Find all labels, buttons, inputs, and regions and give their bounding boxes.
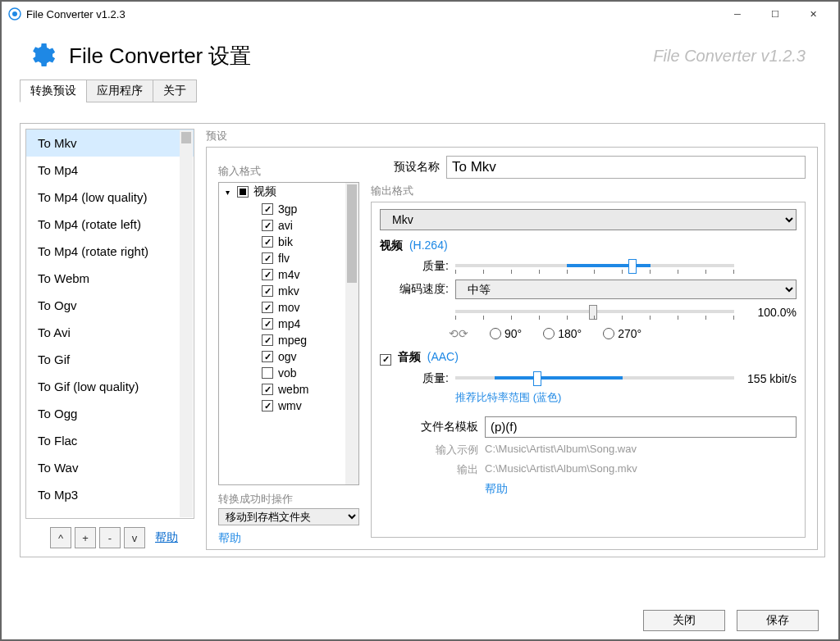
maximize-button[interactable]: ☐ <box>756 2 794 25</box>
preset-item[interactable]: To Mp4 <box>26 157 194 184</box>
preset-help-link[interactable]: 帮助 <box>155 530 178 545</box>
window-title: File Converter v1.2.3 <box>26 8 126 20</box>
format-checkbox[interactable] <box>262 384 273 395</box>
audio-quality-label: 质量: <box>380 371 449 386</box>
format-checkbox[interactable] <box>262 220 273 231</box>
preset-item[interactable]: To Mp4 (rotate right) <box>26 238 194 265</box>
format-item[interactable]: ogv <box>219 348 345 365</box>
input-scrollbar[interactable] <box>345 183 358 484</box>
tab-about[interactable]: 关于 <box>153 80 197 102</box>
filename-template-label: 文件名模板 <box>380 420 478 434</box>
input-help-link[interactable]: 帮助 <box>218 531 241 544</box>
after-action-label: 转换成功时操作 <box>218 492 359 507</box>
format-checkbox[interactable] <box>262 285 273 297</box>
format-item[interactable]: avi <box>219 217 345 234</box>
preset-item[interactable]: To Mp4 (rotate left) <box>26 211 194 238</box>
video-quality-slider[interactable] <box>455 258 734 275</box>
page-header: File Converter 设置 File Converter v1.2.3 <box>2 26 838 79</box>
preset-item[interactable]: To Mp4 (low quality) <box>26 184 194 211</box>
format-checkbox[interactable] <box>262 367 273 379</box>
preset-item[interactable]: To Flac <box>26 427 194 454</box>
format-checkbox[interactable] <box>262 334 273 346</box>
format-item[interactable]: mp4 <box>219 316 345 332</box>
format-checkbox[interactable] <box>262 400 273 411</box>
scale-slider[interactable] <box>455 304 734 320</box>
audio-header: 音频 <box>398 350 421 363</box>
video-quality-label: 质量: <box>380 259 449 274</box>
rotation-180[interactable]: 180° <box>543 327 582 340</box>
video-codec: (H.264) <box>409 239 448 252</box>
app-icon <box>8 7 21 20</box>
format-item[interactable]: mkv <box>219 283 345 299</box>
minimize-button[interactable]: ─ <box>719 2 756 25</box>
svg-point-1 <box>12 11 17 16</box>
format-item[interactable]: flv <box>219 250 345 266</box>
format-item[interactable]: bik <box>219 234 345 250</box>
gear-icon <box>26 41 56 70</box>
save-button[interactable]: 保存 <box>737 610 819 631</box>
rotation-270[interactable]: 270° <box>603 327 641 340</box>
tab-content: To MkvTo Mp4To Mp4 (low quality)To Mp4 (… <box>20 123 825 557</box>
preset-item[interactable]: To Mp3 <box>26 481 194 508</box>
preset-item[interactable]: To Ogg <box>26 400 194 427</box>
preset-item[interactable]: To Gif <box>26 346 194 373</box>
format-item[interactable]: wmv <box>219 398 345 414</box>
preset-item[interactable]: To Aac <box>26 508 194 519</box>
preset-add-button[interactable]: + <box>75 527 96 548</box>
rotation-90[interactable]: 90° <box>490 327 522 340</box>
format-checkbox[interactable] <box>262 302 273 313</box>
titlebar: File Converter v1.2.3 ─ ☐ ✕ <box>2 2 838 26</box>
encode-speed-label: 编码速度: <box>380 282 449 297</box>
close-dialog-button[interactable]: 关闭 <box>643 610 725 631</box>
example-out-value: C:\Music\Artist\Album\Song.mkv <box>485 462 637 477</box>
preset-item[interactable]: To Mkv <box>26 130 194 157</box>
audio-bitrate: 155 kbit/s <box>739 372 797 385</box>
preset-item[interactable]: To Gif (low quality) <box>26 373 194 400</box>
output-format-label: 输出格式 <box>371 184 806 198</box>
close-button[interactable]: ✕ <box>794 2 832 25</box>
format-checkbox[interactable] <box>262 318 273 330</box>
format-checkbox[interactable] <box>262 351 273 362</box>
preset-move-up-button[interactable]: ^ <box>50 527 71 548</box>
format-item[interactable]: 3gp <box>219 201 345 217</box>
format-item[interactable]: vob <box>219 365 345 381</box>
preset-scroll[interactable]: To MkvTo Mp4To Mp4 (low quality)To Mp4 (… <box>25 129 194 519</box>
page-title: File Converter 设置 <box>69 42 252 70</box>
group-checkbox[interactable] <box>237 186 249 198</box>
preset-remove-button[interactable]: - <box>99 527 121 548</box>
tab-application[interactable]: 应用程序 <box>86 80 153 102</box>
preset-move-down-button[interactable]: v <box>124 527 145 548</box>
scale-value: 100.0% <box>739 306 797 319</box>
encode-speed-select[interactable]: 中等 <box>455 280 797 299</box>
format-group-video[interactable]: ▾ 视频 <box>219 183 345 201</box>
output-format-select[interactable]: Mkv <box>380 209 797 230</box>
filename-help-link[interactable]: 帮助 <box>485 482 797 497</box>
audio-enable-checkbox[interactable] <box>380 354 391 366</box>
preset-box: 输入格式 ▾ 视频 3gpavibikflvm4vmkvmovmp4mpegog… <box>206 147 818 550</box>
tab-presets[interactable]: 转换预设 <box>20 80 87 102</box>
audio-quality-slider[interactable] <box>455 371 734 387</box>
video-header: 视频 <box>380 239 403 252</box>
preset-item[interactable]: To Webm <box>26 265 194 292</box>
rotation-options: ⟲⟳ 90° 180° 270° <box>449 327 797 340</box>
format-item[interactable]: mov <box>219 299 345 316</box>
preset-item[interactable]: To Ogv <box>26 292 194 319</box>
collapse-icon[interactable]: ▾ <box>226 188 234 197</box>
format-checkbox[interactable] <box>262 236 273 248</box>
preset-scrollbar[interactable] <box>180 130 193 517</box>
after-action-select[interactable]: 移动到存档文件夹 <box>218 508 359 525</box>
footer: 关闭 保存 <box>643 610 819 631</box>
format-item[interactable]: m4v <box>219 266 345 283</box>
input-formats-list[interactable]: ▾ 视频 3gpavibikflvm4vmkvmovmp4mpegogvvobw… <box>218 182 359 485</box>
preset-list: To MkvTo Mp4To Mp4 (low quality)To Mp4 (… <box>25 129 194 552</box>
preset-name-input[interactable] <box>446 156 806 179</box>
audio-codec: (AAC) <box>427 350 459 363</box>
format-checkbox[interactable] <box>262 203 273 215</box>
format-item[interactable]: mpeg <box>219 332 345 348</box>
preset-item[interactable]: To Avi <box>26 319 194 346</box>
preset-item[interactable]: To Wav <box>26 454 194 481</box>
format-checkbox[interactable] <box>262 252 273 264</box>
filename-template-input[interactable] <box>485 416 797 438</box>
format-checkbox[interactable] <box>262 269 273 280</box>
format-item[interactable]: webm <box>219 381 345 398</box>
